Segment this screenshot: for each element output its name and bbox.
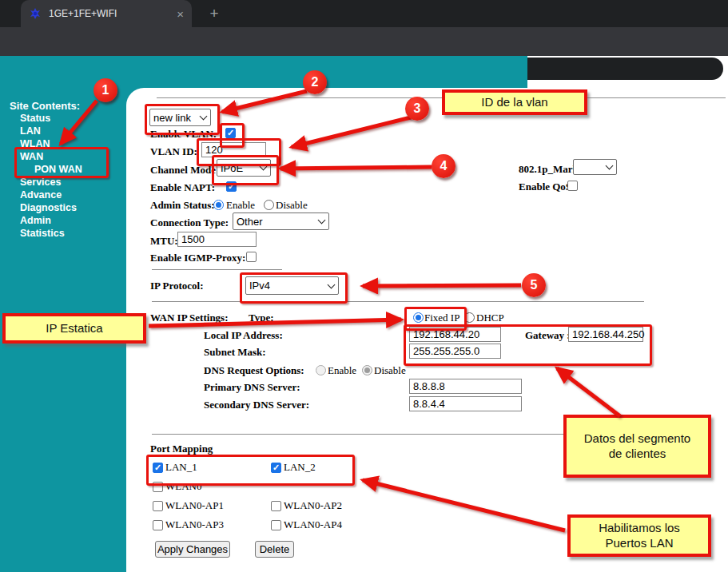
port-row-wlan0-ap3: WLAN0-AP3: [153, 518, 224, 531]
port-row-wlan0-ap4: WLAN0-AP4: [271, 518, 342, 531]
browser-tab[interactable]: 1GE+1FE+WIFI: [21, 0, 192, 27]
mtu-input[interactable]: 1500: [177, 232, 257, 247]
dns-disable-label: Disable: [374, 364, 406, 377]
connection-type-label: Connection Type:: [150, 216, 229, 229]
browser-tab-bar: 1GE+1FE+WIFI: [0, 0, 728, 27]
callout-vlan-id: ID de la vlan: [442, 89, 587, 115]
highlight-wan-nav: [14, 147, 109, 178]
favicon-icon: [29, 7, 42, 20]
sidebar-item-statistics[interactable]: Statistics: [0, 227, 126, 240]
callout-static-ip: IP Estatica: [2, 313, 146, 344]
step-5-badge: 5: [522, 273, 546, 297]
sidebar-item-diagnostics[interactable]: Diagnostics: [0, 201, 126, 214]
dns-enable-radio[interactable]: [316, 365, 326, 375]
admin-disable-label: Disable: [276, 199, 308, 212]
highlight-wan-ip-fields: [404, 324, 652, 366]
chevron-down-icon: [318, 216, 326, 224]
igmp-proxy-checkbox[interactable]: [246, 252, 257, 262]
chevron-down-icon: [606, 162, 614, 170]
port-checkbox-wlan0-ap1[interactable]: [153, 501, 163, 511]
callout-client-segment: Datos del segmento de clientes: [563, 415, 711, 478]
8021p-mark-label: 802.1p_Mark: [519, 163, 579, 176]
step-3-badge: 3: [405, 97, 429, 121]
step-1-badge: 1: [93, 78, 117, 102]
sidebar-item-lan[interactable]: LAN: [0, 125, 126, 137]
step-2-badge: 2: [303, 70, 327, 94]
port-label: WLAN0-AP2: [284, 499, 342, 512]
port-mapping-title: Port Mapping: [150, 443, 213, 455]
admin-disable-radio[interactable]: [264, 200, 274, 210]
admin-enable-radio[interactable]: [213, 200, 224, 210]
sidebar-item-admin[interactable]: Admin: [0, 214, 126, 227]
delete-button[interactable]: Delete: [255, 541, 294, 558]
divider: [157, 97, 726, 98]
secondary-dns-label: Secondary DNS Server:: [204, 399, 309, 411]
port-checkbox-wlan0-ap2[interactable]: [271, 501, 281, 511]
highlight-link-select: [145, 104, 220, 135]
enable-qos-label: Enable QoS:: [519, 181, 575, 193]
local-ip-label: Local IP Address:: [204, 329, 283, 342]
enable-qos-checkbox[interactable]: [567, 181, 578, 191]
ip-protocol-label: IP Protocol:: [150, 280, 204, 292]
highlight-channel-mode: [212, 155, 279, 185]
port-row-wlan0-ap1: WLAN0-AP1: [153, 499, 224, 512]
enable-napt-label: Enable NAPT:: [150, 181, 215, 194]
admin-enable-label: Enable: [226, 199, 255, 212]
apply-changes-button[interactable]: Apply Changes: [155, 541, 230, 558]
tab-title: 1GE+1FE+WIFI: [49, 8, 177, 19]
vlan-id-label: VLAN ID:: [150, 145, 197, 158]
port-label: WLAN0-AP1: [165, 499, 224, 512]
dns-disable-radio[interactable]: [362, 365, 372, 375]
type-label: Type:: [249, 312, 274, 324]
browser-toolbar: No es seguro 192.168.1.1: [0, 27, 728, 56]
admin-status-label: Admin Status:: [150, 199, 215, 212]
igmp-proxy-label: Enable IGMP-Proxy:: [150, 252, 245, 264]
dhcp-label: DHCP: [476, 312, 504, 324]
port-checkbox-wlan0-ap4[interactable]: [271, 520, 281, 530]
primary-dns-input[interactable]: 8.8.8.8: [409, 379, 522, 394]
subnet-mask-label: Subnet Mask:: [204, 346, 266, 359]
primary-dns-label: Primary DNS Server:: [204, 381, 300, 394]
callout-lan-ports: Habilitamos los Puertos LAN: [567, 514, 711, 557]
new-tab-button[interactable]: [205, 4, 224, 23]
dns-request-options-label: DNS Request Options:: [204, 364, 304, 377]
highlight-ip-protocol: [240, 272, 348, 304]
sidebar-title: Site Contents:: [10, 100, 80, 112]
divider: [152, 301, 644, 302]
step-4-badge: 4: [432, 154, 455, 178]
port-label: WLAN0-AP3: [165, 518, 224, 531]
mtu-label: MTU:: [150, 235, 178, 248]
connection-type-select[interactable]: Other: [233, 213, 329, 230]
8021p-mark-select[interactable]: [573, 159, 617, 175]
wan-ip-settings-label: WAN IP Settings:: [150, 312, 229, 324]
close-tab-icon[interactable]: [177, 8, 184, 20]
secondary-dns-input[interactable]: 8.8.4.4: [409, 396, 522, 411]
divider: [152, 269, 282, 270]
sidebar-item-advance[interactable]: Advance: [0, 189, 126, 201]
port-checkbox-wlan0-ap3[interactable]: [153, 520, 163, 530]
port-row-wlan0-ap2: WLAN0-AP2: [271, 499, 342, 512]
port-label: WLAN0-AP4: [284, 518, 342, 531]
highlight-lan-ports: [146, 455, 355, 486]
dns-enable-label: Enable: [328, 364, 356, 377]
screen: 1GE+1FE+WIFI No es seguro 192.168.1.1 Si…: [0, 0, 728, 572]
sidebar-item-status[interactable]: Status: [0, 112, 126, 125]
connection-type-value: Other: [237, 216, 263, 228]
